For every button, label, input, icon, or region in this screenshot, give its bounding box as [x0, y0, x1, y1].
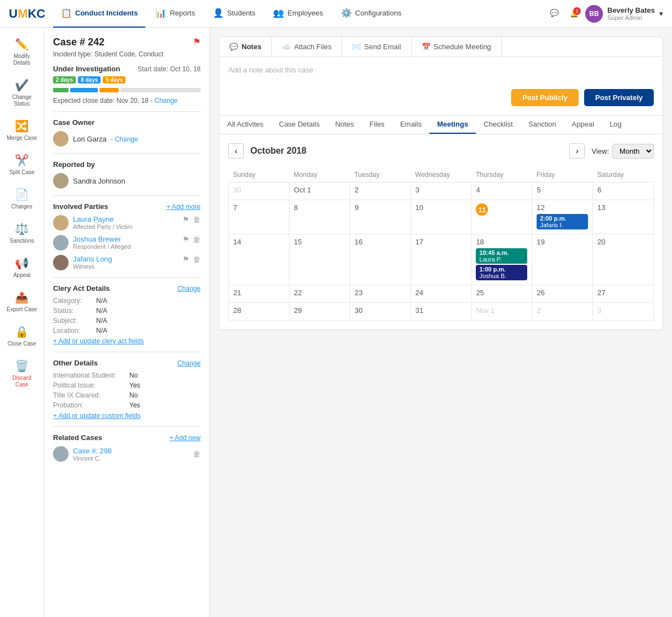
calendar-cell[interactable]: 30 — [350, 303, 411, 321]
sidebar-item-change-status[interactable]: ✔️ Change Status — [2, 73, 42, 113]
calendar-cell[interactable]: 21 — [229, 285, 290, 303]
tab-appeal[interactable]: Appeal — [564, 116, 602, 134]
progress-8days: 8 days — [78, 76, 101, 83]
notes-input[interactable]: Add a note about this case — [228, 64, 654, 83]
tab-all-activities[interactable]: All Activites — [219, 116, 271, 134]
add-more-parties-link[interactable]: + Add more — [166, 203, 201, 211]
calendar-cell[interactable]: 28 — [229, 303, 290, 321]
user-menu[interactable]: BB Beverly Bates Super Admin ▾ — [585, 5, 663, 23]
calendar-cell[interactable]: Oct 1 — [289, 182, 350, 200]
calendar-cell[interactable]: 5 — [532, 182, 593, 200]
party-name-joshua[interactable]: Joshua Brewer — [73, 235, 178, 243]
party-trash-icon-joshua[interactable]: 🗑 — [193, 235, 201, 244]
calendar-cell[interactable]: 3 — [411, 182, 471, 200]
calendar-cell[interactable]: 25 — [471, 285, 532, 303]
calendar-cell[interactable]: 30 — [229, 182, 290, 200]
action-tab-send-email[interactable]: ✉️ Send Email — [342, 37, 411, 56]
tab-case-details[interactable]: Case Details — [271, 116, 328, 134]
related-case-number[interactable]: Case #: 298 — [73, 447, 188, 455]
calendar-cell[interactable]: 11 — [471, 200, 532, 234]
calendar-cell[interactable]: 20 — [593, 234, 654, 285]
add-clery-fields-link[interactable]: + Add or update clery act fields — [53, 337, 144, 345]
calendar-view-select[interactable]: Month Week Day — [612, 144, 654, 159]
calendar-event[interactable]: 10:45 a.m.Laura P. — [476, 248, 527, 264]
calendar-cell[interactable]: 122:00 p.m.Jafaris I. — [532, 200, 593, 234]
calendar-cell[interactable]: 22 — [289, 285, 350, 303]
sidebar-item-modify-details[interactable]: ✏️ Modify Details — [2, 32, 42, 72]
calendar-cell[interactable]: 9 — [350, 200, 411, 234]
calendar-cell[interactable]: 17 — [411, 234, 471, 285]
day-number: 8 — [294, 203, 345, 212]
tab-emails[interactable]: Emails — [392, 116, 429, 134]
tab-checklist[interactable]: Checklist — [476, 116, 521, 134]
calendar-cell[interactable]: 31 — [411, 303, 471, 321]
party-name-jafaris[interactable]: Jafaris Long — [73, 255, 178, 263]
sidebar-item-discard-case[interactable]: 🗑️ Discard Case — [2, 354, 42, 394]
sidebar-item-charges[interactable]: 📄 Charges — [2, 182, 42, 216]
calendar-cell[interactable]: 13 — [593, 200, 654, 234]
merge-case-icon: 🔀 — [15, 119, 29, 133]
calendar-cell[interactable]: 23 — [350, 285, 411, 303]
calendar-cell[interactable]: 16 — [350, 234, 411, 285]
calendar-cell[interactable]: 15 — [289, 234, 350, 285]
calendar-cell[interactable]: Nov 1 — [471, 303, 532, 321]
party-name-laura[interactable]: Laura Payne — [73, 215, 178, 223]
close-date-change-link[interactable]: Change — [154, 97, 177, 104]
tab-meetings[interactable]: Meetings — [429, 116, 476, 134]
party-flag-icon-joshua[interactable]: ⚑ — [182, 235, 190, 244]
calendar-cell[interactable]: 10 — [411, 200, 471, 234]
nav-conduct-incidents[interactable]: 📋 Conduct Incidents — [53, 0, 145, 28]
calendar-cell[interactable]: 14 — [229, 234, 290, 285]
sidebar-item-export-case[interactable]: 📤 Export Case — [2, 285, 42, 318]
add-new-related-link[interactable]: + Add new — [170, 434, 201, 442]
party-flag-icon-laura[interactable]: ⚑ — [182, 215, 190, 224]
calendar-event[interactable]: 1:00 p.m.Joshua B. — [476, 265, 527, 280]
sidebar-item-split-case[interactable]: ✂️ Split Case — [2, 148, 42, 181]
calendar-cell[interactable]: 1810:45 a.m.Laura P.1:00 p.m.Joshua B. — [471, 234, 532, 285]
discard-case-icon: 🗑️ — [15, 359, 29, 373]
calendar-cell[interactable]: 4 — [471, 182, 532, 200]
tab-sanction[interactable]: Sanction — [521, 116, 564, 134]
tab-log[interactable]: Log — [602, 116, 629, 134]
calendar-cell[interactable]: 2 — [350, 182, 411, 200]
calendar-cell[interactable]: 29 — [289, 303, 350, 321]
sidebar-item-merge-case[interactable]: 🔀 Merge Case — [2, 114, 42, 147]
other-change-link[interactable]: Change — [177, 359, 201, 367]
nav-reports[interactable]: 📊 Reports — [148, 0, 203, 28]
notifications-button[interactable]: 🔔 1 — [570, 9, 579, 18]
nav-configurations[interactable]: ⚙️ Configurations — [333, 0, 410, 28]
calendar-cell[interactable]: 6 — [593, 182, 654, 200]
sidebar-item-appeal[interactable]: 📢 Appeal — [2, 251, 42, 284]
calendar-event[interactable]: 2:00 p.m.Jafaris I. — [537, 214, 588, 229]
post-privately-button[interactable]: Post Privately — [584, 89, 654, 106]
party-trash-icon-jafaris[interactable]: 🗑 — [193, 255, 201, 264]
calendar-cell[interactable]: 27 — [593, 285, 654, 303]
action-tab-notes[interactable]: 💬 Notes — [219, 37, 272, 56]
sidebar-item-sanctions[interactable]: ⚖️ Sanctions — [2, 217, 42, 250]
post-publicly-button[interactable]: Post Publicly — [511, 89, 579, 106]
calendar-cell[interactable]: 3 — [593, 303, 654, 321]
related-trash-icon[interactable]: 🗑 — [193, 449, 201, 458]
calendar-cell[interactable]: 8 — [289, 200, 350, 234]
calendar-next-button[interactable]: › — [569, 143, 585, 159]
owner-change-link[interactable]: - Change — [111, 135, 138, 143]
calendar-prev-button[interactable]: ‹ — [228, 143, 244, 159]
calendar-cell[interactable]: 2 — [532, 303, 593, 321]
calendar-cell[interactable]: 19 — [532, 234, 593, 285]
action-tab-attach-files[interactable]: ☁️ Attach Files — [272, 37, 342, 56]
party-flag-icon-jafaris[interactable]: ⚑ — [182, 255, 190, 264]
clery-change-link[interactable]: Change — [177, 285, 201, 292]
nav-students[interactable]: 👤 Students — [205, 0, 263, 28]
add-custom-fields-link[interactable]: + Add or update custom fields — [53, 412, 140, 420]
messages-button[interactable]: 💬 — [545, 0, 563, 28]
party-trash-icon-laura[interactable]: 🗑 — [193, 215, 201, 224]
calendar-cell[interactable]: 7 — [229, 200, 290, 234]
case-flag-icon[interactable]: ⚑ — [193, 36, 201, 47]
sidebar-item-close-case[interactable]: 🔒 Close Case — [2, 320, 42, 353]
tab-files[interactable]: Files — [361, 116, 392, 134]
tab-notes[interactable]: Notes — [327, 116, 361, 134]
calendar-cell[interactable]: 26 — [532, 285, 593, 303]
calendar-cell[interactable]: 24 — [411, 285, 471, 303]
nav-employees[interactable]: 👥 Employees — [265, 0, 330, 28]
action-tab-schedule-meeting[interactable]: 📅 Schedule Meeting — [412, 37, 502, 56]
